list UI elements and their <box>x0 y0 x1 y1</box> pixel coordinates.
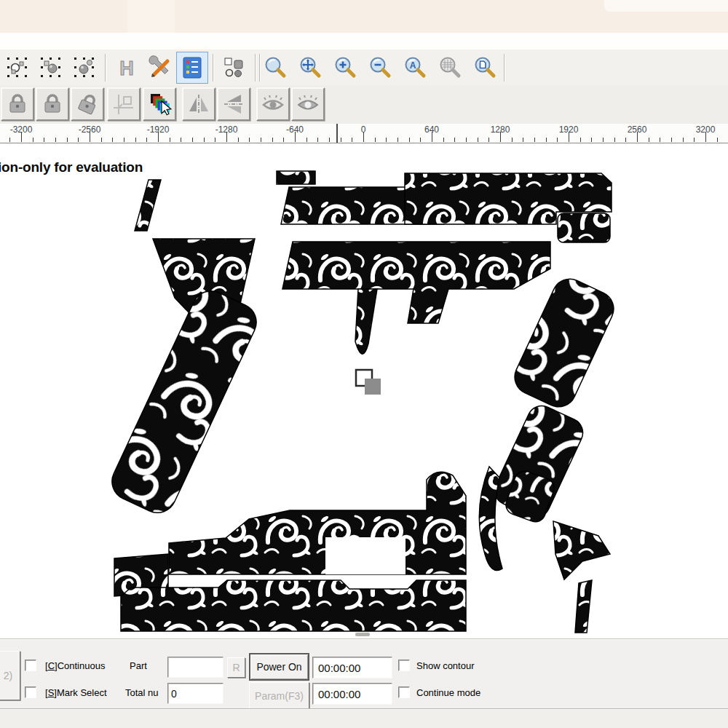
ruler-label: 1280 <box>483 124 518 135</box>
lock-tilted-icon <box>75 92 100 116</box>
lock-tilted-button[interactable] <box>71 87 104 121</box>
ruler-pane-split <box>336 124 338 143</box>
zoom-button[interactable] <box>259 52 291 84</box>
engraving-piece <box>106 285 262 519</box>
ruler-label: -2560 <box>72 124 107 135</box>
select-node-button[interactable] <box>1 52 33 84</box>
layers-cursor-button[interactable] <box>143 87 176 121</box>
ruler-label: 640 <box>414 124 449 135</box>
mark-button[interactable]: 2) <box>0 651 20 700</box>
lock-button[interactable] <box>1 87 34 121</box>
horizontal-ruler: -3200 -2560 -1920 -1280 -640 0 640 1280 … <box>0 124 728 143</box>
mirror-vertical-icon <box>221 92 246 116</box>
param-button[interactable]: Param(F3) <box>249 682 309 709</box>
ruler-label: -1920 <box>141 124 175 135</box>
hatch-button[interactable]: H <box>111 52 143 84</box>
tools-icon <box>148 55 173 80</box>
hatch-icon: H <box>114 55 139 80</box>
engraving-piece <box>479 467 502 571</box>
layers-cursor-icon <box>147 92 172 116</box>
zoom-pan-button[interactable] <box>294 52 326 84</box>
engraving-piece <box>135 180 161 231</box>
mark-control-panel: 2) [C]Continuous [S]Mark Select Part Tot… <box>0 638 728 709</box>
ruler-label: 1920 <box>551 124 586 135</box>
engraving-piece <box>277 171 315 184</box>
lock-icon <box>5 92 30 116</box>
mirror-horizontal-button[interactable] <box>182 87 215 121</box>
eye-outline-button[interactable] <box>256 87 290 121</box>
total-time-display: 00:00:00 <box>312 683 392 705</box>
engraving-piece <box>575 580 592 633</box>
zoom-grid-icon <box>438 55 462 80</box>
toolbar-separator <box>105 54 106 82</box>
zoom-pan-icon <box>298 55 323 80</box>
zoom-page-button[interactable] <box>469 52 501 84</box>
ruler-label: 0 <box>346 124 381 135</box>
show-contour-label: Show contour <box>416 660 475 671</box>
select-object-button[interactable] <box>35 52 67 84</box>
top-strip-band <box>127 0 175 33</box>
lock-alt-button[interactable] <box>36 87 69 121</box>
object-list-button[interactable] <box>176 52 208 84</box>
engraving-notch <box>325 537 405 574</box>
mark-time-display: 00:00:00 <box>312 657 392 678</box>
design-canvas[interactable]: ion-only for evaluation <box>0 143 728 638</box>
origin-marker <box>356 370 381 395</box>
engraving-piece <box>509 273 620 412</box>
zoom-all-button[interactable]: A <box>399 52 431 84</box>
continuous-checkbox[interactable] <box>25 660 36 671</box>
panel-splitter-handle[interactable] <box>355 633 370 636</box>
mark-select-checkbox[interactable] <box>25 687 36 698</box>
ruler-label: 3200 <box>688 124 723 135</box>
show-contour-checkbox[interactable] <box>398 660 410 671</box>
power-on-button[interactable]: Power On <box>249 653 309 681</box>
eye-filled-button[interactable] <box>291 87 325 121</box>
part-input[interactable] <box>167 657 223 678</box>
total-label: Total nu <box>125 687 159 698</box>
mirror-horizontal-icon <box>186 92 211 116</box>
mark-select-label: [S]Mark Select <box>45 687 107 698</box>
select-group-button[interactable] <box>68 52 100 84</box>
r-button[interactable]: R <box>227 657 245 678</box>
ruler-label: -1280 <box>209 124 244 135</box>
engraving-piece <box>558 213 610 242</box>
part-label: Part <box>130 660 147 671</box>
toolbar-separator <box>504 54 505 82</box>
continue-mode-checkbox[interactable] <box>398 687 410 698</box>
object-list-icon <box>180 55 205 80</box>
window-top-strip <box>0 0 728 33</box>
object-browser-button[interactable] <box>218 52 250 84</box>
zoom-out-button[interactable] <box>364 52 396 84</box>
engraving-piece <box>553 521 610 579</box>
toolbar-separator <box>213 54 213 82</box>
top-strip-corner <box>604 0 728 12</box>
ruler-label: -640 <box>277 124 312 135</box>
select-node-icon <box>5 55 30 80</box>
engraving-piece <box>355 289 377 354</box>
total-input[interactable] <box>167 683 223 704</box>
object-browser-icon <box>222 55 247 80</box>
continue-mode-label: Continue mode <box>416 687 480 698</box>
engraving-piece <box>169 472 466 574</box>
ruler-label: 2560 <box>620 124 654 135</box>
select-group-icon <box>72 55 97 80</box>
origin-align-button[interactable] <box>107 87 141 121</box>
lock-alt-icon <box>40 92 65 116</box>
eye-filled-icon <box>296 92 320 116</box>
eye-outline-icon <box>261 92 285 116</box>
zoom-in-button[interactable] <box>329 52 361 84</box>
zoom-page-icon <box>472 55 497 80</box>
mirror-vertical-button[interactable] <box>217 87 250 121</box>
engraving-artwork[interactable] <box>0 143 728 638</box>
zoom-all-icon: A <box>403 55 427 80</box>
tools-button[interactable] <box>144 52 176 84</box>
select-object-icon <box>39 55 63 80</box>
engraving-piece <box>121 580 466 631</box>
ruler-label: -3200 <box>4 124 39 135</box>
svg-text:H: H <box>119 58 134 79</box>
zoom-grid-button[interactable] <box>434 52 466 84</box>
origin-align-icon <box>111 92 136 116</box>
toolbar-separator <box>255 54 256 82</box>
toolbar-edit <box>0 86 728 124</box>
zoom-icon <box>263 55 288 80</box>
